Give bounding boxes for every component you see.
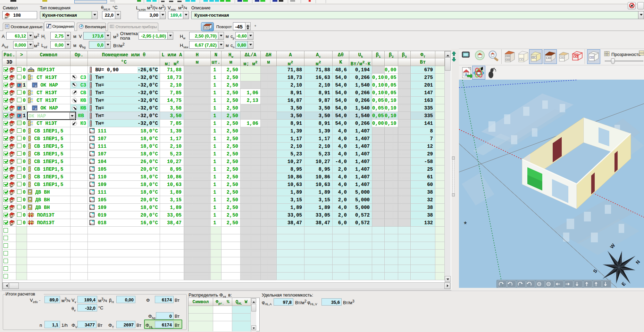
svg-text:3D: 3D bbox=[5, 17, 7, 18]
svg-text:3D: 3D bbox=[10, 79, 12, 80]
svg-text:3D: 3D bbox=[10, 193, 12, 195]
svg-text:3D: 3D bbox=[10, 102, 12, 103]
svg-text:3D: 3D bbox=[10, 109, 12, 111]
svg-text:3D: 3D bbox=[10, 117, 12, 119]
svg-text:3D: 3D bbox=[10, 163, 12, 164]
svg-text:3D: 3D bbox=[10, 209, 12, 210]
svg-text:3D: 3D bbox=[10, 147, 12, 149]
svg-text:3D: 3D bbox=[10, 132, 12, 134]
svg-text:3D: 3D bbox=[10, 178, 12, 180]
svg-text:3D: 3D bbox=[10, 216, 12, 218]
svg-text:3D: 3D bbox=[10, 86, 12, 88]
svg-text:3D: 3D bbox=[10, 71, 12, 73]
svg-text:3D: 3D bbox=[10, 170, 12, 172]
svg-text:3D: 3D bbox=[10, 186, 12, 187]
svg-text:3D: 3D bbox=[10, 94, 12, 96]
svg-text:3D: 3D bbox=[10, 140, 12, 141]
svg-text:3D: 3D bbox=[10, 124, 12, 126]
svg-text:3D: 3D bbox=[10, 201, 12, 203]
svg-text:3D: 3D bbox=[10, 224, 12, 226]
svg-text:*: * bbox=[464, 220, 467, 228]
svg-text:3D: 3D bbox=[10, 155, 12, 157]
